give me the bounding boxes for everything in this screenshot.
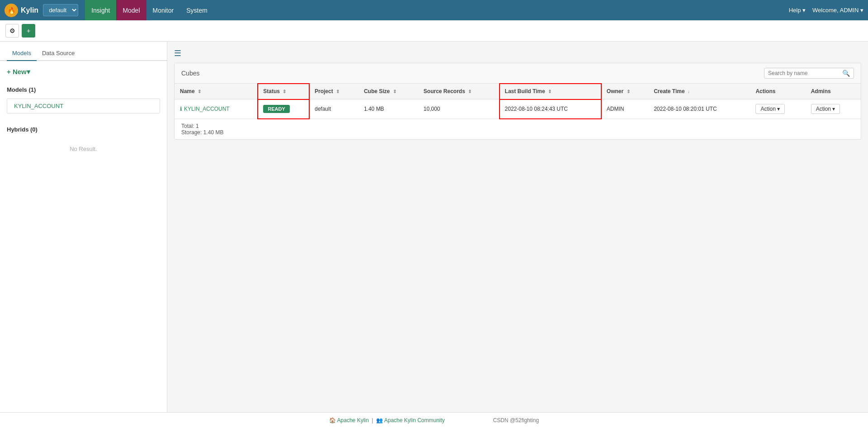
col-header-actions: Actions: [750, 84, 805, 99]
sidebar-item-kylin-account[interactable]: KYLIN_ACCOUNT: [7, 99, 160, 113]
search-icon: 🔍: [842, 70, 850, 77]
cell-lastbuildtime: 2022-08-10 08:24:43 UTC: [500, 99, 601, 119]
right-panel: ☰ Cubes 🔍 Name ⇕ Status: [167, 42, 868, 412]
nav-item-insight[interactable]: Insight: [85, 0, 116, 20]
cubes-title: Cubes: [181, 70, 199, 77]
sort-sourcerecords-icon: ⇕: [468, 89, 472, 94]
brand: 🔥 Kylin: [5, 4, 38, 17]
new-button[interactable]: + New▾: [7, 68, 30, 76]
brand-logo: 🔥: [5, 4, 18, 17]
nav-item-model[interactable]: Model: [116, 0, 146, 20]
footer-community-icon: 👥: [376, 417, 383, 423]
sort-name-icon: ⇕: [198, 89, 201, 94]
col-header-lastbuildtime[interactable]: Last Build Time ⇕: [500, 84, 601, 99]
cell-status: READY: [258, 99, 309, 119]
table-header-row: Name ⇕ Status ⇕ Project ⇕ Cube Size: [175, 84, 861, 99]
top-navigation: 🔥 Kylin default Insight Model Monitor Sy…: [0, 0, 868, 20]
col-header-name[interactable]: Name ⇕: [175, 84, 258, 99]
cube-info-icon: ℹ: [180, 106, 182, 112]
col-header-project[interactable]: Project ⇕: [309, 84, 359, 99]
hybrids-section-title: Hybrids (0): [0, 122, 167, 136]
no-result-label: No Result.: [0, 136, 167, 161]
sort-cubesize-icon: ⇕: [393, 89, 396, 94]
tab-models[interactable]: Models: [7, 46, 37, 61]
cell-admins: Action ▾: [806, 99, 861, 119]
total-storage: Storage: 1.40 MB: [181, 129, 854, 136]
totals-row: Total: 1 Storage: 1.40 MB: [175, 119, 861, 139]
brand-name: Kylin: [21, 6, 38, 14]
tab-datasource[interactable]: Data Source: [37, 46, 80, 61]
sidebar: Models Data Source + New▾ Models (1) KYL…: [0, 42, 167, 412]
action-button[interactable]: Action ▾: [755, 104, 785, 114]
sort-status-icon: ⇕: [283, 89, 286, 94]
search-input[interactable]: [768, 70, 840, 76]
apache-kylin-community-link[interactable]: Apache Kylin Community: [384, 417, 445, 423]
cell-actions: Action ▾: [750, 99, 805, 119]
sort-createtime-icon: ↓: [688, 89, 690, 94]
col-header-status[interactable]: Status ⇕: [258, 84, 309, 99]
nav-item-monitor[interactable]: Monitor: [146, 0, 180, 20]
col-header-owner[interactable]: Owner ⇕: [601, 84, 648, 99]
apache-kylin-link[interactable]: Apache Kylin: [337, 417, 369, 423]
sort-project-icon: ⇕: [336, 89, 340, 94]
nav-right: Help ▾ Welcome, ADMIN ▾: [789, 7, 863, 14]
total-count: Total: 1: [181, 123, 854, 129]
cell-cubesize: 1.40 MB: [359, 99, 418, 119]
sidebar-tabs: Models Data Source: [0, 46, 167, 61]
col-header-createtime[interactable]: Create Time ↓: [648, 84, 750, 99]
cubes-header: Cubes 🔍: [175, 63, 861, 84]
cell-owner: ADMIN: [601, 99, 648, 119]
csdn-label: CSDN @52fighting: [493, 417, 539, 423]
cubes-section: Cubes 🔍 Name ⇕ Status ⇕: [174, 63, 861, 140]
status-badge: READY: [263, 105, 290, 113]
admin-action-button[interactable]: Action ▾: [811, 104, 840, 114]
hamburger-button[interactable]: ☰: [174, 48, 181, 58]
models-section-title: Models (1): [0, 83, 167, 97]
user-menu[interactable]: Welcome, ADMIN ▾: [812, 7, 863, 14]
toolbar: ⚙ +: [0, 20, 868, 42]
cell-name: ℹ KYLIN_ACCOUNT: [175, 99, 258, 119]
main-content: Models Data Source + New▾ Models (1) KYL…: [0, 42, 868, 412]
col-header-sourcerecords[interactable]: Source Records ⇕: [418, 84, 500, 99]
footer-house-icon: 🏠: [329, 417, 336, 423]
col-header-cubesize[interactable]: Cube Size ⇕: [359, 84, 418, 99]
nav-items: Insight Model Monitor System: [85, 0, 789, 20]
cube-table: Name ⇕ Status ⇕ Project ⇕ Cube Size: [175, 84, 861, 119]
nav-item-system[interactable]: System: [180, 0, 214, 20]
footer: 🏠 Apache Kylin | 👥 Apache Kylin Communit…: [0, 412, 868, 428]
add-button[interactable]: +: [22, 24, 35, 38]
sort-lastbuild-icon: ⇕: [548, 89, 552, 94]
cell-project: default: [309, 99, 359, 119]
search-box: 🔍: [764, 68, 854, 79]
table-row: ℹ KYLIN_ACCOUNT READY default 1.40 MB 10…: [175, 99, 861, 119]
cell-createtime: 2022-08-10 08:20:01 UTC: [648, 99, 750, 119]
project-selector[interactable]: default: [43, 4, 78, 16]
cell-sourcerecords: 10,000: [418, 99, 500, 119]
sort-owner-icon: ⇕: [627, 89, 630, 94]
help-menu[interactable]: Help ▾: [789, 7, 806, 14]
col-header-admins: Admins: [806, 84, 861, 99]
settings-button[interactable]: ⚙: [5, 24, 19, 38]
cube-name-link[interactable]: ℹ KYLIN_ACCOUNT: [180, 106, 252, 112]
